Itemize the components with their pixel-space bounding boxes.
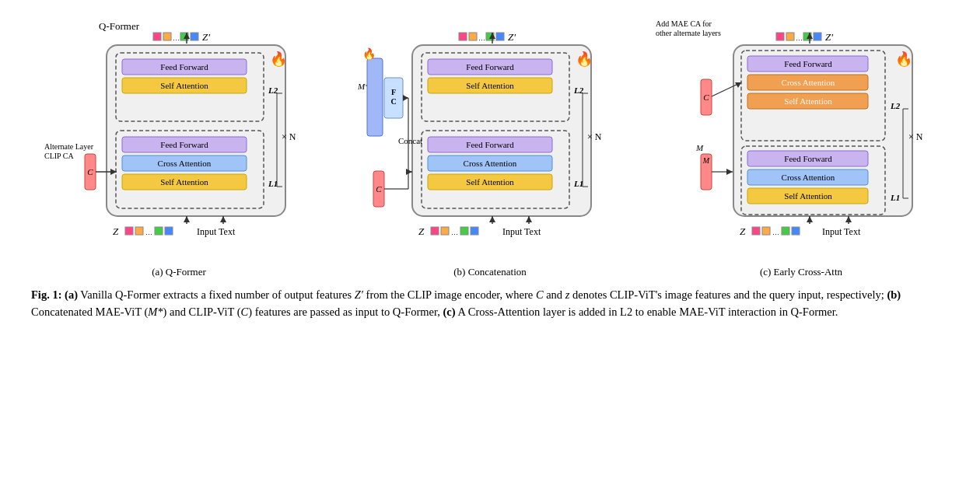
qformer-svg: Q-Former … Z′ 🔥 Feed Forward Self Attent… — [44, 16, 309, 257]
c-label-a: C — [87, 167, 93, 176]
m-label-side: M — [695, 143, 704, 152]
fire-icon-b: 🔥 — [576, 51, 593, 68]
fig-caption: Fig. 1: (a) Vanilla Q-Former extracts a … — [23, 286, 957, 321]
svg-rect-23 — [125, 227, 133, 235]
ca-l2-c: Cross Attention — [782, 78, 835, 87]
svg-rect-32 — [469, 33, 477, 40]
svg-rect-57 — [460, 227, 468, 235]
fire-icon-c: 🔥 — [895, 51, 913, 68]
sa-l2-b: Self Attention — [466, 81, 514, 90]
svg-text:…: … — [145, 229, 152, 236]
svg-text:Z′: Z′ — [825, 31, 833, 43]
svg-marker-89 — [807, 216, 813, 222]
sa-l1-a: Self Attention — [160, 177, 208, 187]
ff-l2-c: Feed Forward — [785, 59, 833, 68]
svg-rect-95 — [782, 227, 789, 235]
svg-rect-24 — [135, 227, 143, 235]
svg-text:…: … — [478, 34, 485, 42]
captions-row: (a) Q-Former (b) Concatenation (c) Early… — [23, 266, 957, 278]
xn-label-b: × N — [587, 131, 602, 142]
svg-rect-68 — [776, 33, 784, 40]
early-svg: Add MAE CA for other alternate layers … … — [656, 16, 936, 257]
c-label-b: C — [376, 184, 382, 194]
svg-text:…: … — [173, 34, 180, 42]
xn-label-c: × N — [908, 131, 923, 142]
svg-marker-53 — [526, 216, 532, 222]
svg-rect-4 — [191, 33, 198, 40]
alt-layer-label: Alternate Layer — [44, 142, 94, 151]
ca-l1-c: Cross Attention — [782, 173, 835, 182]
fc-label: F — [391, 88, 396, 96]
diagram-early: Add MAE CA for other alternate layers … … — [656, 16, 936, 257]
svg-rect-54 — [431, 227, 439, 235]
fire-icon-a: 🔥 — [270, 51, 288, 68]
ff-l2-a: Feed Forward — [160, 62, 208, 72]
concat-svg: … Z′ 🔥 Feed Forward Self Attention L2 × … — [350, 16, 614, 257]
svg-rect-72 — [814, 33, 821, 40]
svg-text:Z′: Z′ — [508, 31, 516, 43]
note-line1: Add MAE CA for — [656, 19, 712, 28]
c-label-c: C — [704, 93, 710, 102]
caption-a-text: (a) Q-Former — [152, 266, 206, 278]
svg-marker-91 — [845, 216, 852, 222]
svg-rect-58 — [471, 227, 478, 235]
caption-a: (a) Q-Former — [43, 266, 315, 278]
l1-label-b: L1 — [573, 179, 583, 188]
z-label-a: Z — [113, 225, 119, 237]
ca-l1-a: Cross Attention — [157, 159, 211, 168]
m-label-top: M — [702, 156, 710, 165]
svg-marker-51 — [489, 216, 495, 222]
svg-marker-22 — [220, 216, 226, 222]
sa-l2-c: Self Attention — [785, 96, 833, 106]
caption-b-text: (b) Concatenation — [453, 266, 527, 278]
ff-l1-c: Feed Forward — [785, 154, 833, 163]
ff-l2-b: Feed Forward — [466, 62, 514, 72]
l1-label-a: L1 — [268, 179, 278, 188]
svg-rect-92 — [752, 227, 760, 235]
z-label-c: Z — [740, 225, 746, 237]
input-text-c: Input Text — [822, 226, 861, 237]
ff-l1-a: Feed Forward — [160, 140, 208, 149]
l1-label-c: L1 — [890, 193, 900, 202]
l2-label-c: L2 — [890, 101, 901, 110]
caption-c-text: (c) Early Cross-Attn — [760, 266, 842, 278]
svg-rect-35 — [496, 33, 504, 40]
sa-l1-b: Self Attention — [466, 177, 514, 187]
svg-text:Z′: Z′ — [202, 31, 210, 43]
diagrams-row: Q-Former … Z′ 🔥 Feed Forward Self Attent… — [23, 16, 957, 257]
svg-rect-0 — [153, 33, 161, 40]
qformer-title: Q-Former — [99, 20, 140, 32]
fc-label2: C — [390, 97, 396, 106]
clip-ca-label: CLIP CA — [44, 152, 74, 160]
svg-text:…: … — [451, 229, 458, 236]
xn-label-a: × N — [282, 131, 296, 142]
svg-rect-96 — [792, 227, 800, 235]
svg-marker-62 — [403, 95, 408, 101]
svg-rect-26 — [155, 227, 163, 235]
ff-l1-b: Feed Forward — [466, 140, 514, 149]
caption-c: (c) Early Cross-Attn — [665, 266, 937, 278]
fire-m-icon: 🔥 — [362, 47, 376, 61]
svg-rect-59 — [367, 58, 383, 136]
svg-text:…: … — [796, 34, 803, 42]
svg-marker-67 — [406, 169, 412, 175]
sa-l1-c: Self Attention — [785, 191, 833, 201]
sa-l2-a: Self Attention — [160, 81, 208, 90]
svg-rect-27 — [165, 227, 173, 235]
concat-label: Concat — [398, 136, 422, 145]
input-text-b: Input Text — [502, 226, 541, 237]
svg-rect-93 — [762, 227, 770, 235]
svg-text:…: … — [772, 229, 779, 236]
svg-marker-20 — [184, 216, 190, 222]
ca-l1-b: Cross Attention — [464, 159, 517, 168]
diagram-concat: … Z′ 🔥 Feed Forward Self Attention L2 × … — [350, 16, 614, 257]
svg-marker-99 — [726, 169, 733, 175]
svg-rect-69 — [786, 33, 794, 40]
svg-rect-55 — [441, 227, 449, 235]
diagram-qformer: Q-Former … Z′ 🔥 Feed Forward Self Attent… — [44, 16, 309, 257]
input-text-a: Input Text — [197, 226, 236, 237]
z-label-b: Z — [418, 225, 425, 237]
svg-rect-1 — [163, 33, 171, 40]
note-line2: other alternate layers — [656, 29, 721, 37]
caption-b: (b) Concatenation — [354, 266, 626, 278]
